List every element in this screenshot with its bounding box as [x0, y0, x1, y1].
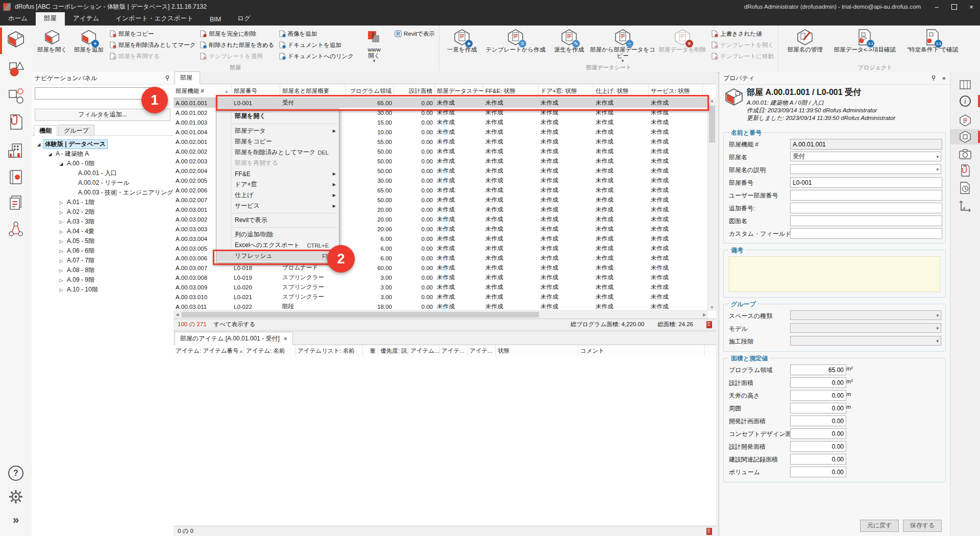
field-input[interactable]: [790, 403, 846, 413]
context-menu-item[interactable]: ドア+窓▶: [216, 179, 339, 190]
column-header-quantity[interactable]: 量: [363, 345, 378, 356]
tab-rooms[interactable]: 部屋: [175, 71, 200, 84]
column-header-status[interactable]: 状態: [496, 345, 578, 356]
column-header-item-7[interactable]: アイテ...: [468, 345, 496, 356]
report-book-icon[interactable]: [706, 528, 712, 535]
ribbon-button[interactable]: 部屋を削除済みとしてマーク: [109, 39, 195, 51]
ribbon-button[interactable]: ×部屋データを削除: [656, 27, 709, 53]
combo-box[interactable]: ▾: [790, 323, 941, 333]
ribbon-button[interactable]: 1:1部屋データ<->項目確認: [829, 27, 900, 53]
info-panel-button[interactable]: i: [950, 93, 980, 109]
field-input[interactable]: [790, 416, 846, 426]
sidebar-item-relations[interactable]: [6, 220, 26, 239]
tree-expander-icon[interactable]: ▷: [57, 258, 65, 263]
search-input[interactable]: [37, 88, 145, 99]
ribbon-button[interactable]: テンプレートに移動: [711, 51, 774, 62]
sidebar-item-items[interactable]: [6, 59, 26, 79]
tree-item[interactable]: ▷A.10 - 10階: [32, 285, 174, 295]
sidebar-item-catalog[interactable]: [6, 167, 26, 187]
field-input[interactable]: [790, 377, 846, 388]
menu-tab-3[interactable]: インポート・エクスポート: [107, 12, 202, 26]
collapse-sidebar-button[interactable]: »: [6, 514, 26, 527]
table-row[interactable]: A.00.03.010L0-021スプリンクラー3.000.00未作成未作成未作…: [174, 292, 708, 302]
scroll-right-icon[interactable]: ▶: [701, 311, 708, 319]
context-menu-item[interactable]: 部屋を開く: [216, 110, 339, 122]
context-menu-item[interactable]: 部屋を再開する: [216, 158, 339, 168]
combo-box[interactable]: ▾: [790, 310, 941, 320]
field-input[interactable]: [790, 454, 846, 465]
column-header-item-number[interactable]: アイテム: アイテム番号▲: [174, 345, 244, 356]
ribbon-button[interactable]: 部屋名の管理: [780, 27, 829, 53]
ribbon-button[interactable]: =テンプレートから作成: [482, 27, 549, 53]
context-menu-item[interactable]: ExcelへのエクスポートCTRL+E: [216, 240, 339, 251]
pin-icon[interactable]: [164, 75, 170, 81]
ribbon-button[interactable]: ドキュメントを追加: [279, 39, 354, 51]
tree-expander-icon[interactable]: ▷: [57, 210, 65, 215]
menu-tab-4[interactable]: BIM: [202, 14, 229, 26]
field-input[interactable]: [790, 215, 942, 226]
tree-item[interactable]: ◢A - 建築物 A: [32, 149, 174, 159]
scroll-down-icon[interactable]: ▼: [708, 305, 716, 310]
field-input[interactable]: [790, 203, 942, 213]
tree-item[interactable]: ▷A.07 - 7階: [32, 256, 174, 265]
ribbon-button[interactable]: ✎派生を作成: [549, 27, 590, 53]
field-input[interactable]: [790, 139, 942, 150]
tree-expander-icon[interactable]: ◢: [46, 152, 54, 157]
field-input[interactable]: [790, 428, 846, 439]
ribbon-button[interactable]: ドキュメントへのリンク: [279, 51, 354, 62]
ribbon-button[interactable]: テンプレートを開く: [711, 39, 774, 51]
tree-item[interactable]: ▷A.06 - 6階: [32, 246, 174, 256]
close-panel-icon[interactable]: ×: [942, 75, 946, 82]
show-in-revit-button[interactable]: R Revitで表示: [395, 28, 435, 39]
context-menu-item[interactable]: Revitで表示: [216, 215, 339, 226]
ribbon-button[interactable]: 部屋を再開する: [109, 51, 195, 62]
settings-button[interactable]: [6, 489, 26, 504]
add-room-button[interactable]: + 部屋を追加: [70, 27, 107, 53]
scrollbar-thumb[interactable]: [709, 106, 715, 142]
menu-tab-1[interactable]: 部屋: [36, 12, 65, 26]
help-button[interactable]: ?: [6, 466, 26, 481]
column-header-priority[interactable]: 優先度: 説...: [378, 345, 408, 356]
menu-tab-2[interactable]: アイテム: [65, 12, 107, 26]
tree-item[interactable]: A.00.03 - 技術・エンジニアリング: [32, 188, 174, 198]
tree-item[interactable]: ▷A.04 - 4愛: [32, 227, 174, 236]
column-header-comment[interactable]: コメント: [578, 345, 705, 356]
tree-item[interactable]: ◢体験版 | データベース: [32, 139, 174, 149]
attachments-panel-button[interactable]: [950, 163, 980, 178]
vertical-scrollbar[interactable]: ▲ ▼: [707, 98, 716, 311]
ribbon-button[interactable]: 部屋をコピー: [109, 28, 195, 39]
horizontal-scrollbar[interactable]: ◀ ▶: [174, 310, 708, 319]
tree-item[interactable]: ▷A.01 - 1階: [32, 198, 174, 207]
notes-textarea[interactable]: [729, 256, 940, 292]
tree-expander-icon[interactable]: ▷: [57, 287, 65, 293]
sidebar-item-rooms[interactable]: [6, 30, 26, 49]
combo-box[interactable]: ▾: [790, 336, 941, 346]
ribbon-button[interactable]: 削除された部屋を含める: [200, 39, 274, 51]
field-input[interactable]: [790, 364, 846, 375]
field-input[interactable]: [790, 190, 942, 201]
undo-button[interactable]: 元に戻す: [860, 520, 899, 532]
menu-tab-0[interactable]: ホーム: [0, 12, 36, 26]
tree-item[interactable]: ▷A.02 - 2階: [32, 207, 174, 217]
tree-item[interactable]: ▷A.05 - 5階: [32, 236, 174, 246]
tree-expander-icon[interactable]: ▷: [57, 268, 65, 273]
context-menu-item[interactable]: 部屋をコピー: [216, 136, 339, 147]
context-menu-item[interactable]: 部屋を削除済みとしてマークDEL: [216, 147, 339, 158]
tab-groups[interactable]: グループ: [58, 125, 94, 135]
tree-item[interactable]: A.00.02 - リテール: [32, 178, 174, 188]
sidebar-item-buildings[interactable]: [6, 141, 26, 160]
room-core-data-button[interactable]: [950, 129, 980, 144]
ribbon-button[interactable]: 画像を追加: [279, 28, 354, 39]
close-tab-icon[interactable]: ×: [284, 335, 287, 343]
columns-layout-button[interactable]: [950, 77, 980, 92]
tree-item[interactable]: ▷A.08 - 8階: [32, 265, 174, 275]
pin-icon[interactable]: [930, 75, 937, 81]
scroll-left-icon[interactable]: ◀: [174, 311, 181, 319]
context-menu-item[interactable]: 仕上げ▶: [216, 190, 339, 201]
tree-item[interactable]: A.00.01 - 入口: [32, 168, 174, 178]
combo-box[interactable]: ▾: [790, 164, 941, 174]
open-room-button[interactable]: 部屋を開く: [34, 27, 70, 53]
menu-tab-5[interactable]: ログ: [229, 12, 259, 26]
context-menu-item[interactable]: サービス▶: [216, 201, 339, 211]
table-row[interactable]: A.00.03.008L0-019スプリンクラー3.000.00未作成未作成未作…: [174, 273, 708, 282]
